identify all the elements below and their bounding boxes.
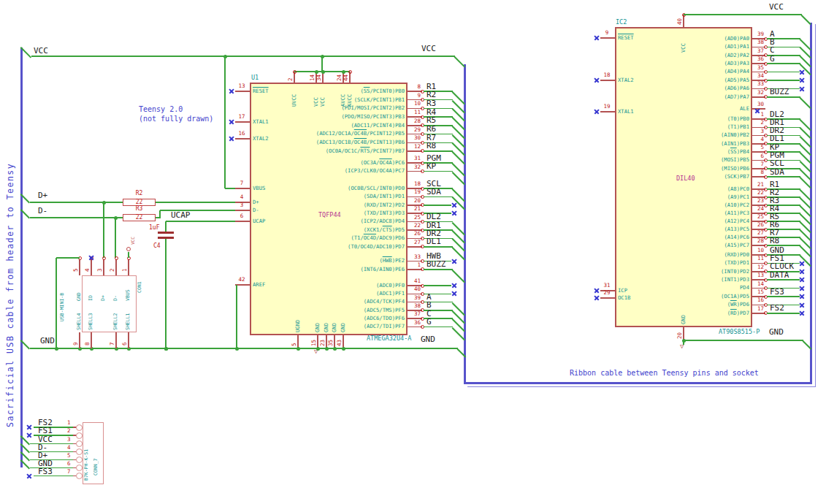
pin-number: 5 bbox=[73, 268, 79, 272]
pin-stub bbox=[91, 332, 92, 348]
pin-number: 1 bbox=[67, 420, 71, 426]
pin-name: GND bbox=[324, 323, 329, 332]
pin-name: (RD)PD7 bbox=[603, 310, 749, 316]
pin-name: (AD7)PA7 bbox=[603, 94, 749, 100]
net-label-r8: R8 bbox=[427, 142, 436, 150]
net-label-data: DATA bbox=[770, 271, 789, 280]
wire bbox=[30, 202, 123, 203]
ribbon-box-right bbox=[815, 24, 816, 387]
pin-number: 5 bbox=[291, 343, 297, 346]
wire bbox=[128, 252, 129, 258]
power-label-vcc-mid: VCC bbox=[421, 45, 436, 53]
u1-part-name: ATMEGA32U4-A bbox=[367, 335, 411, 342]
pin-number: 44 bbox=[343, 75, 349, 81]
pin-number: 6 bbox=[235, 213, 248, 219]
pin-number: 14 bbox=[310, 75, 316, 81]
note-ribbon-cable: Ribbon cable between Teensy pins and soc… bbox=[570, 369, 759, 377]
pin-number: 20 bbox=[677, 332, 683, 339]
pin-stub bbox=[235, 210, 250, 211]
schematic-canvas: Sacrificial USB cable from header to Tee… bbox=[0, 0, 826, 504]
net-label-fs2: FS2 bbox=[770, 304, 784, 313]
con1-part-name: USB-MINI-B bbox=[60, 293, 65, 321]
junction-dot bbox=[297, 347, 300, 351]
con1-reference: CON1 bbox=[137, 281, 142, 293]
no-connect-x-icon bbox=[799, 85, 805, 91]
wire bbox=[424, 285, 451, 286]
pin-stub bbox=[115, 259, 117, 275]
net-label-ucap: UCAP bbox=[171, 211, 191, 220]
junction-dot bbox=[342, 347, 345, 351]
vcc-symbol-icon bbox=[126, 247, 131, 251]
ribbon-bus-bottom bbox=[464, 382, 812, 384]
pin-name: SHELL2 bbox=[113, 313, 118, 330]
pin-name: D+ bbox=[101, 295, 106, 301]
ribbon-bus-right bbox=[810, 23, 812, 384]
wire bbox=[767, 296, 800, 297]
conn7-part-name: B7K-PH-K-S1 bbox=[84, 449, 89, 481]
pin-number: 23 bbox=[320, 340, 326, 346]
note-teensy-line1: Teensy 2.0 bbox=[139, 105, 183, 113]
wire bbox=[684, 340, 803, 341]
wire bbox=[767, 96, 800, 98]
no-connect-x-icon bbox=[26, 432, 32, 438]
pin-stub bbox=[79, 259, 80, 275]
pin-number: 34 bbox=[316, 75, 322, 81]
pin-number: 15 bbox=[311, 340, 317, 346]
wire bbox=[767, 80, 800, 81]
no-connect-x-icon bbox=[799, 294, 805, 299]
wire bbox=[56, 257, 80, 259]
ic2-part-name: AT90S8515-P bbox=[719, 329, 760, 335]
no-connect-x-icon bbox=[594, 295, 600, 301]
junction-dot bbox=[321, 70, 325, 74]
conn7-pin-circle bbox=[76, 473, 83, 479]
wire-diagonal bbox=[801, 15, 811, 25]
pin-number: 43 bbox=[337, 340, 343, 346]
wire bbox=[684, 14, 802, 15]
no-connect-x-icon bbox=[594, 109, 600, 115]
pin-stub bbox=[235, 284, 250, 286]
pin-number: 1 bbox=[122, 268, 128, 272]
wire bbox=[767, 279, 800, 280]
junction-dot bbox=[316, 347, 320, 351]
power-label-gnd-left: GND bbox=[40, 337, 55, 345]
wire bbox=[156, 202, 235, 203]
pin-number: 7 bbox=[110, 342, 115, 345]
pin-stub bbox=[235, 91, 250, 92]
no-connect-x-icon bbox=[26, 473, 32, 479]
no-connect-x-icon bbox=[799, 260, 805, 266]
wire bbox=[34, 476, 73, 477]
net-label-g: G bbox=[770, 55, 775, 64]
u1-reference: U1 bbox=[251, 75, 259, 81]
no-connect-x-icon bbox=[594, 35, 600, 41]
pin-name: SHELL4 bbox=[77, 313, 82, 330]
wire bbox=[159, 210, 161, 218]
no-connect-x-icon bbox=[594, 77, 600, 83]
pin-number: 13 bbox=[235, 83, 248, 89]
wire bbox=[30, 217, 123, 218]
conn7-pin-circle bbox=[76, 424, 83, 431]
pin-stub bbox=[128, 259, 129, 275]
pin-name: (ICP3/CLK0/OC4A)PC7 bbox=[259, 168, 405, 174]
pin-stub bbox=[91, 259, 92, 275]
net-label-dminus: D- bbox=[38, 207, 47, 215]
pin-name: (OC0A/OC1C/RTS/PCINT7)PB7 bbox=[259, 148, 405, 154]
pin-name: SHELL3 bbox=[88, 313, 93, 330]
pin-name: VBUS bbox=[253, 186, 265, 191]
net-label-dplus: D+ bbox=[38, 191, 47, 200]
pin-name: VBUS bbox=[126, 289, 131, 301]
r2-reference: R2 bbox=[123, 191, 156, 197]
wire bbox=[165, 239, 167, 348]
conn7-reference: CONN_7 bbox=[93, 459, 99, 476]
wire bbox=[103, 202, 104, 258]
pin-name: SHELL1 bbox=[126, 313, 131, 330]
pin-name: D- bbox=[113, 295, 118, 301]
pin-number: 42 bbox=[235, 277, 248, 283]
pin-number: 8 bbox=[85, 342, 91, 345]
usb-cable-bus bbox=[20, 47, 23, 467]
pin-number: 2 bbox=[67, 428, 71, 434]
ic2-reference: IC2 bbox=[616, 19, 627, 26]
wire bbox=[224, 56, 226, 188]
pin-stub bbox=[115, 332, 117, 348]
wire bbox=[30, 348, 458, 349]
pin-stub bbox=[235, 188, 250, 189]
